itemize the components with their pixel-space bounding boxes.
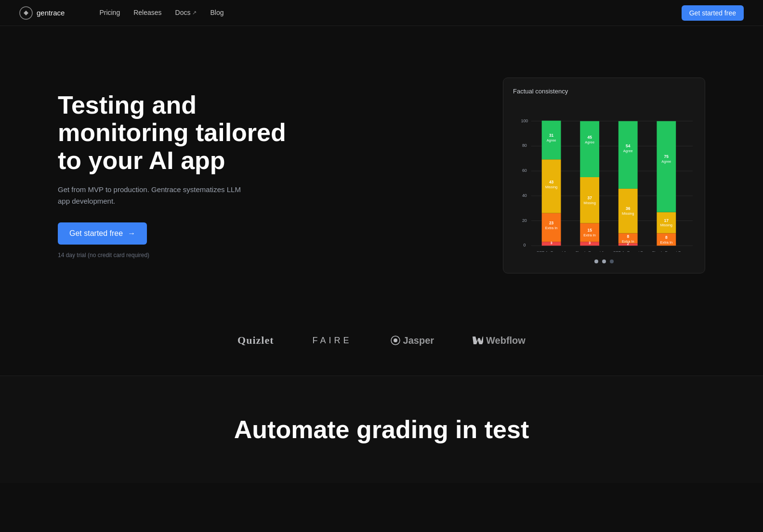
arrow-icon: → [128, 229, 135, 238]
svg-text:45: 45 [587, 135, 592, 140]
hero-title: Testing and monitoring tailored to your … [58, 91, 308, 174]
svg-text:Missing: Missing [545, 184, 557, 189]
carousel-dots [513, 260, 695, 263]
nav-link-pricing[interactable]: Pricing [99, 9, 120, 16]
svg-text:23: 23 [549, 221, 554, 225]
svg-point-60 [394, 338, 397, 342]
svg-text:54: 54 [626, 143, 631, 148]
svg-text:Agree: Agree [623, 149, 633, 153]
svg-text:43: 43 [549, 179, 554, 184]
svg-rect-27 [580, 121, 599, 177]
hero-section: Testing and monitoring tailored to your … [0, 26, 763, 315]
jasper-icon [391, 336, 400, 345]
quizlet-logo: Quizlet [237, 334, 274, 347]
bottom-section: Automate grading in test [0, 376, 763, 483]
svg-text:37: 37 [587, 195, 592, 200]
nav-left: gentrace Pricing Releases Docs ↗ Blog [19, 0, 243, 26]
chart-container: Factual consistency 0 20 40 60 80 100 [503, 78, 705, 273]
svg-text:8: 8 [665, 235, 668, 240]
svg-text:Claude Prompt B: Claude Prompt B [652, 250, 681, 252]
svg-text:20: 20 [522, 218, 527, 222]
svg-text:Agree: Agree [547, 138, 556, 143]
webflow-icon [473, 337, 483, 344]
svg-rect-48 [657, 121, 676, 212]
external-link-icon: ↗ [192, 10, 197, 16]
svg-text:80: 80 [522, 143, 527, 148]
webflow-logo: Webflow [473, 335, 526, 346]
svg-text:17: 17 [664, 218, 669, 222]
logo-text: gentrace [37, 9, 65, 17]
logo-link[interactable]: gentrace [19, 6, 65, 20]
svg-text:2: 2 [627, 242, 629, 246]
svg-text:100: 100 [521, 118, 528, 123]
jasper-logo: Jasper [391, 335, 434, 346]
svg-text:60: 60 [522, 168, 527, 173]
logo-icon [19, 6, 33, 20]
svg-text:GPT-4o Prompt A: GPT-4o Prompt A [536, 250, 566, 252]
logos-section: Quizlet FAIRE Jasper Webflow [0, 315, 763, 376]
carousel-dot-3[interactable] [610, 260, 614, 263]
carousel-dot-1[interactable] [594, 260, 598, 263]
chart-title: Factual consistency [513, 88, 695, 95]
svg-text:Claude Prompt A: Claude Prompt A [575, 250, 605, 252]
navbar: gentrace Pricing Releases Docs ↗ Blog Ge… [0, 0, 763, 26]
nav-link-blog[interactable]: Blog [210, 9, 224, 16]
nav-links: Pricing Releases Docs ↗ Blog [80, 0, 243, 26]
svg-text:Missing: Missing [660, 223, 672, 227]
svg-text:Extra In: Extra In [660, 240, 672, 245]
svg-rect-38 [618, 121, 638, 188]
faire-logo: FAIRE [313, 336, 352, 346]
nav-link-releases[interactable]: Releases [133, 9, 161, 16]
svg-text:Agree: Agree [585, 140, 594, 144]
nav-link-docs[interactable]: Docs ↗ [175, 9, 197, 16]
svg-text:Extra In: Extra In [545, 226, 558, 230]
svg-text:8: 8 [627, 234, 629, 239]
svg-text:Extra In: Extra In [583, 233, 596, 237]
carousel-dot-2[interactable] [602, 260, 606, 263]
svg-text:3: 3 [589, 241, 591, 245]
svg-text:3: 3 [551, 241, 553, 245]
hero-left: Testing and monitoring tailored to your … [58, 91, 308, 259]
svg-text:Missing: Missing [584, 200, 596, 205]
svg-text:Agree: Agree [661, 159, 671, 164]
chart-svg: 0 20 40 60 80 100 [513, 103, 695, 252]
svg-text:Missing: Missing [622, 211, 634, 215]
hero-subtitle: Get from MVP to production. Gentrace sys… [58, 184, 241, 207]
chart-area: 0 20 40 60 80 100 [513, 103, 695, 252]
nav-cta-button[interactable]: Get started free [682, 5, 744, 21]
chart-panel: Factual consistency 0 20 40 60 80 100 [503, 78, 705, 273]
svg-text:31: 31 [549, 133, 554, 138]
svg-text:36: 36 [626, 206, 631, 210]
svg-text:GPT-4o Prompt B: GPT-4o Prompt B [613, 250, 643, 252]
svg-text:0: 0 [523, 243, 526, 247]
bottom-title: Automate grading in test [58, 415, 705, 444]
svg-text:75: 75 [664, 154, 669, 159]
trial-text: 14 day trial (no credit card required) [58, 252, 149, 259]
svg-text:40: 40 [522, 193, 527, 197]
hero-cta-button[interactable]: Get started free → [58, 222, 147, 245]
svg-text:15: 15 [587, 228, 592, 233]
